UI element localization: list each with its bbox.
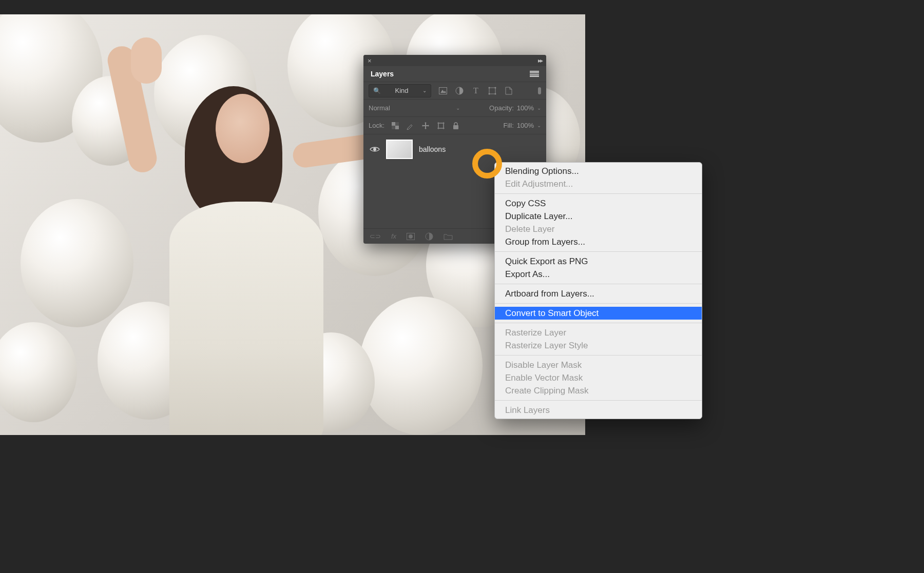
layer-name[interactable]: balloons (419, 145, 446, 153)
blend-mode-value: Normal (369, 104, 390, 112)
ctx-separator (495, 303, 702, 304)
svg-point-5 (495, 87, 496, 88)
svg-point-20 (409, 234, 413, 239)
ctx-item: Link Layers (495, 404, 702, 417)
opacity-control[interactable]: Opacity: 100% ⌄ (489, 104, 541, 112)
filter-adjust-icon[interactable] (455, 86, 464, 95)
svg-rect-17 (453, 125, 458, 129)
filter-pixel-icon[interactable] (438, 86, 448, 95)
chevron-down-icon: ⌄ (456, 105, 460, 111)
svg-rect-8 (392, 122, 395, 126)
fx-icon[interactable]: fx (391, 232, 396, 240)
ctx-item: Enable Vector Mask (495, 371, 702, 384)
layer-context-menu: Blending Options...Edit Adjustment...Cop… (494, 162, 702, 419)
fill-control[interactable]: Fill: 100% ⌄ (504, 122, 541, 129)
adjustment-icon[interactable] (425, 232, 433, 241)
lock-move-icon[interactable] (421, 122, 430, 130)
folder-icon[interactable] (444, 233, 453, 240)
lock-label: Lock: (369, 122, 384, 129)
ctx-item: Rasterize Layer Style (495, 339, 702, 352)
ctx-separator (495, 284, 702, 284)
filter-smart-icon[interactable] (504, 86, 513, 95)
filter-type-icon[interactable]: T (471, 86, 480, 95)
opacity-value: 100% (517, 104, 534, 112)
lock-transparency-icon[interactable] (392, 122, 399, 129)
ctx-item[interactable]: Quick Export as PNG (495, 255, 702, 268)
layers-tab[interactable]: Layers (371, 70, 394, 78)
chevron-down-icon: ⌄ (537, 123, 541, 128)
ctx-item[interactable]: Duplicate Layer... (495, 210, 702, 223)
svg-point-6 (489, 93, 490, 94)
ctx-separator (495, 251, 702, 252)
visibility-toggle-icon[interactable] (370, 146, 380, 153)
filter-toggle[interactable] (538, 87, 541, 94)
mask-icon[interactable] (407, 233, 415, 240)
ctx-separator (495, 323, 702, 323)
svg-point-7 (495, 93, 496, 94)
blend-mode-select[interactable]: Normal ⌄ (369, 104, 460, 112)
panel-collapse-button[interactable]: ▸▸ (538, 57, 542, 64)
filter-kind-select[interactable]: 🔍 Kind ⌄ (369, 84, 431, 97)
ctx-item[interactable]: Artboard from Layers... (495, 287, 702, 300)
filter-shape-icon[interactable] (488, 86, 497, 95)
ctx-item[interactable]: Copy CSS (495, 197, 702, 210)
svg-rect-12 (438, 123, 444, 128)
lock-artboard-icon[interactable] (437, 122, 445, 130)
fill-value: 100% (517, 122, 534, 129)
ctx-separator (495, 400, 702, 401)
filter-kind-label: Kind (395, 87, 408, 94)
ctx-item: Edit Adjustment... (495, 177, 702, 190)
layer-thumbnail[interactable] (386, 140, 413, 159)
chevron-down-icon: ⌄ (422, 88, 427, 93)
chevron-down-icon: ⌄ (537, 105, 541, 111)
panel-menu-button[interactable] (530, 71, 539, 77)
ctx-item[interactable]: Group from Layers... (495, 235, 702, 248)
svg-rect-3 (489, 88, 495, 94)
svg-rect-10 (395, 122, 399, 126)
layer-row[interactable]: balloons (363, 136, 546, 162)
ctx-item: Rasterize Layer (495, 326, 702, 339)
lock-paint-icon[interactable] (406, 122, 414, 130)
lock-all-icon[interactable] (452, 122, 459, 130)
ctx-separator (495, 355, 702, 355)
ctx-item: Create Clipping Mask (495, 384, 702, 397)
ctx-item[interactable]: Export As... (495, 268, 702, 281)
ctx-item: Delete Layer (495, 223, 702, 235)
svg-rect-9 (395, 126, 399, 129)
search-icon: 🔍 (373, 87, 381, 94)
ctx-item: Disable Layer Mask (495, 359, 702, 371)
svg-marker-1 (440, 90, 446, 93)
link-layers-icon[interactable]: ⊂⊃ (370, 232, 381, 240)
svg-point-4 (489, 87, 490, 88)
ctx-item[interactable]: Convert to Smart Object (495, 307, 702, 320)
ctx-separator (495, 193, 702, 194)
fill-label: Fill: (504, 122, 514, 129)
svg-point-18 (373, 148, 376, 151)
ctx-item[interactable]: Blending Options... (495, 165, 702, 177)
panel-close-button[interactable]: × (368, 57, 372, 65)
opacity-label: Opacity: (489, 104, 514, 112)
svg-rect-11 (392, 126, 395, 129)
